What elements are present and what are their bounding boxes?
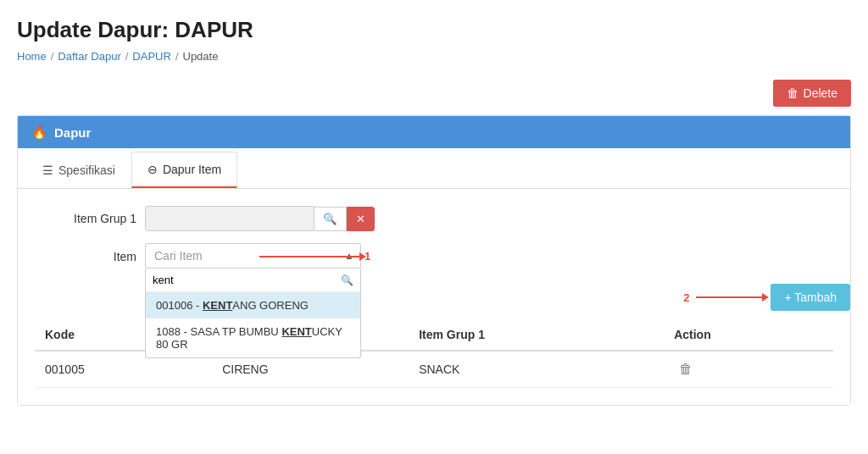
cell-item-grup: SNACK: [409, 351, 664, 388]
item-grup-search-button[interactable]: 🔍: [314, 207, 347, 231]
dropdown-search-row: 🔍: [146, 269, 360, 292]
trash-icon: 🗑: [787, 86, 798, 100]
dropdown-search-icon: 🔍: [341, 274, 353, 286]
tab-content: Item Grup 1 🔍 ✕ Item Cari: [18, 189, 850, 405]
delete-row-button[interactable]: 🗑: [674, 360, 698, 379]
tab-dapur-item[interactable]: ⊖ Dapur Item: [131, 152, 237, 188]
item-select-wrapper: Cari Item ▲ 🔍 001006 - KENTANG GORENG: [145, 243, 361, 269]
tambah-button[interactable]: + Tambah: [771, 284, 850, 311]
search-icon: 🔍: [323, 213, 337, 225]
item-select[interactable]: Cari Item: [145, 243, 361, 269]
tag-icon: ⊖: [147, 163, 158, 176]
item-label: Item: [35, 250, 136, 263]
annotation-1: 1: [364, 250, 370, 263]
breadcrumb-daftar-dapur[interactable]: Daftar Dapur: [58, 50, 120, 63]
item-grup-row: Item Grup 1 🔍 ✕: [35, 206, 833, 231]
dropdown-search-input[interactable]: [153, 274, 341, 286]
card-header-label: Dapur: [54, 125, 91, 140]
item-grup-input[interactable]: [145, 206, 314, 231]
item-row: Item Cari Item ▲ 🔍: [35, 243, 833, 269]
item-grup-input-group: 🔍 ✕: [145, 206, 375, 231]
annotation-2-label: 2: [683, 291, 689, 304]
tab-bar: ☰ Spesifikasi ⊖ Dapur Item: [18, 148, 850, 189]
delete-button[interactable]: 🗑 Delete: [773, 80, 851, 107]
page-title: Update Dapur: DAPUR: [17, 17, 851, 43]
item-grup-clear-button[interactable]: ✕: [347, 207, 375, 231]
cell-action: 🗑: [664, 351, 833, 388]
item-dropdown: 🔍 001006 - KENTANG GORENG 1088 - SASA TP…: [145, 269, 361, 358]
item-grup-label: Item Grup 1: [35, 212, 136, 225]
dropdown-item-1[interactable]: 1088 - SASA TP BUMBU KENTUCKY 80 GR: [146, 318, 360, 357]
close-icon: ✕: [356, 213, 365, 225]
breadcrumb-home[interactable]: Home: [17, 50, 47, 63]
col-action: Action: [664, 319, 833, 351]
list-icon: ☰: [42, 163, 53, 177]
tab-spesifikasi[interactable]: ☰ Spesifikasi: [26, 152, 131, 188]
top-actions: 🗑 Delete: [17, 80, 851, 107]
main-card: 🔥 Dapur ☰ Spesifikasi ⊖ Dapur Item Item …: [17, 115, 851, 406]
fire-icon: 🔥: [31, 125, 47, 140]
breadcrumb-current: Update: [183, 50, 219, 63]
col-item-grup: Item Grup 1: [409, 319, 664, 351]
dropdown-item-0[interactable]: 001006 - KENTANG GORENG: [146, 292, 360, 318]
item-controls: Cari Item ▲ 🔍 001006 - KENTANG GORENG: [145, 243, 361, 269]
breadcrumb-dapur[interactable]: DAPUR: [132, 50, 171, 63]
card-header: 🔥 Dapur: [18, 116, 850, 148]
breadcrumb: Home / Daftar Dapur / DAPUR / Update: [17, 50, 851, 63]
